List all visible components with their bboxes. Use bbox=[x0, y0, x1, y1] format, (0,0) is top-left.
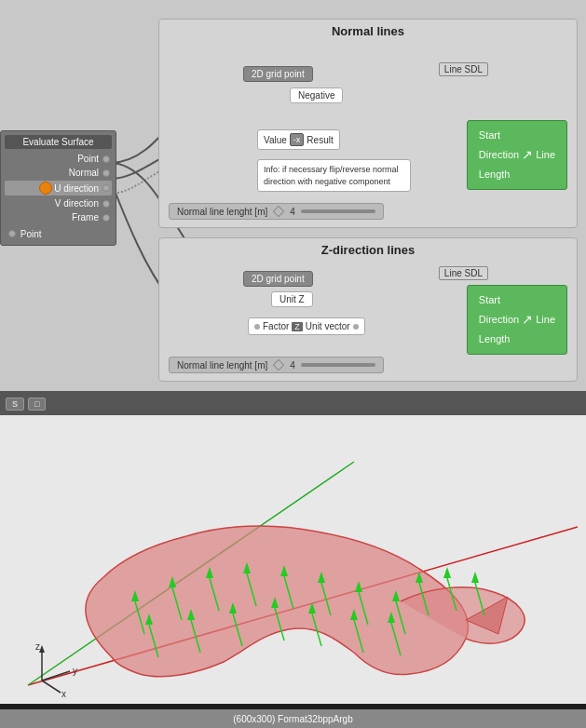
port-u-dir bbox=[102, 184, 110, 192]
value-node[interactable]: Value -x Result bbox=[257, 129, 340, 150]
neg-x-btn[interactable]: -x bbox=[290, 133, 305, 146]
arrow-icon-normal: ↗ bbox=[522, 144, 533, 167]
start-label-z: Start bbox=[479, 291, 555, 309]
slider-track-z[interactable] bbox=[301, 363, 375, 367]
svg-text:z: z bbox=[35, 641, 40, 652]
evaluate-surface-node: Evaluate Surface Point Normal U directio… bbox=[0, 130, 116, 246]
port-v-dir bbox=[102, 200, 110, 208]
grid-point-node-normal[interactable]: 2D grid point bbox=[243, 66, 313, 82]
direction-row-z: Direction ↗ Line bbox=[479, 309, 555, 331]
port-factor-in bbox=[254, 324, 260, 330]
svg-text:x: x bbox=[61, 689, 66, 699]
output-frame: Frame bbox=[5, 211, 112, 223]
output-point: Point bbox=[5, 153, 112, 165]
grid-point-node-z[interactable]: 2D grid point bbox=[243, 271, 313, 287]
slider-normal[interactable]: Normal line lenght [m] 4 bbox=[169, 203, 384, 220]
viewport-btn-square[interactable]: □ bbox=[28, 398, 46, 411]
svg-rect-0 bbox=[274, 206, 284, 216]
eval-surface-title: Evaluate Surface bbox=[5, 135, 112, 149]
arrow-icon-z: ↗ bbox=[522, 309, 533, 331]
length-label-normal: Length bbox=[479, 166, 555, 183]
negative-node[interactable]: Negative bbox=[290, 88, 343, 103]
z-direction-panel: Z-direction lines 2D grid point Unit Z F… bbox=[158, 237, 578, 382]
direction-row-normal: Direction ↗ Line bbox=[479, 144, 555, 167]
viewport: S □ bbox=[0, 391, 586, 728]
start-label-normal: Start bbox=[479, 127, 555, 144]
orange-dot bbox=[39, 182, 52, 195]
length-label-z: Length bbox=[479, 330, 555, 348]
slider-track-normal[interactable] bbox=[301, 209, 375, 213]
slider-z[interactable]: Normal line lenght [m] 4 bbox=[169, 357, 384, 373]
port-frame bbox=[102, 214, 110, 222]
diamond-icon-normal bbox=[273, 206, 284, 217]
z-icon: Z bbox=[292, 322, 303, 331]
info-text-node: Info: if necessary flip/reverse normal d… bbox=[257, 159, 411, 192]
output-normal: Normal bbox=[5, 167, 112, 179]
svg-rect-1 bbox=[274, 359, 284, 370]
node-editor: Evaluate Surface Point Normal U directio… bbox=[0, 0, 586, 391]
sdl-green-node-z[interactable]: Start Direction ↗ Line Length bbox=[467, 285, 567, 355]
sdl-label-normal: Line SDL bbox=[439, 62, 488, 76]
sdl-label-z: Line SDL bbox=[439, 266, 488, 280]
normal-lines-panel: Normal lines 2D grid point Negative Valu… bbox=[158, 19, 578, 228]
slider-row-z[interactable]: Normal line lenght [m] 4 bbox=[169, 357, 384, 373]
viewport-toolbar: S □ bbox=[0, 393, 586, 415]
port-point bbox=[102, 155, 110, 163]
slider-row-normal[interactable]: Normal line lenght [m] 4 bbox=[169, 203, 384, 220]
svg-text:y: y bbox=[73, 666, 77, 676]
eval-input-point: Point bbox=[5, 227, 112, 241]
eval-outputs: Point Normal U direction V direction Fra… bbox=[5, 153, 112, 223]
output-v-dir: V direction bbox=[5, 197, 112, 209]
normal-lines-title: Normal lines bbox=[159, 20, 577, 43]
port-input bbox=[8, 230, 16, 237]
port-normal bbox=[102, 169, 110, 177]
3d-scene: z y x bbox=[0, 415, 586, 704]
sdl-green-node-normal[interactable]: Start Direction ↗ Line Length bbox=[467, 120, 567, 190]
viewport-status: (600x300) Format32bppArgb bbox=[0, 709, 586, 728]
factor-unit-vector-node[interactable]: Factor Z Unit vector bbox=[248, 317, 365, 335]
unit-z-node[interactable]: Unit Z bbox=[271, 291, 313, 307]
diamond-icon-z bbox=[273, 359, 284, 371]
port-factor-out bbox=[353, 324, 359, 330]
viewport-btn-s[interactable]: S bbox=[6, 398, 24, 411]
output-u-dir: U direction bbox=[5, 181, 112, 195]
z-direction-title: Z-direction lines bbox=[159, 238, 577, 262]
